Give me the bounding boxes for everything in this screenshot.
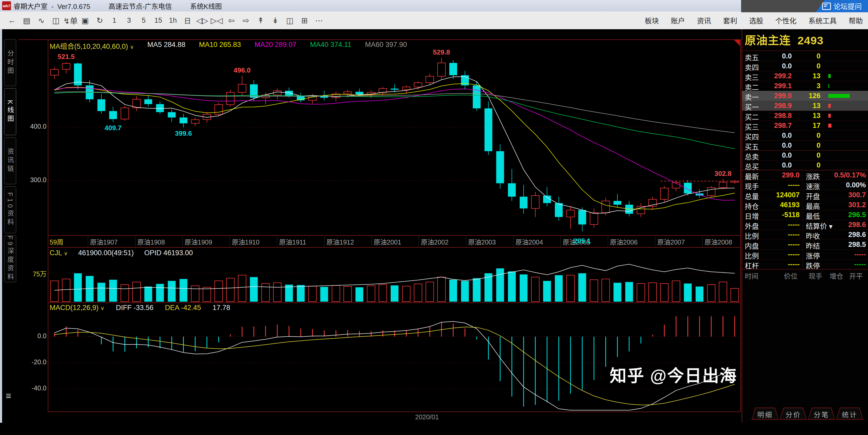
orderbook-volume: 0 xyxy=(797,52,820,60)
panel-divider xyxy=(742,51,868,51)
orderbook-depth-bar xyxy=(828,84,829,88)
info-value-内盘: ----- xyxy=(766,241,800,249)
contract-code: 2493 xyxy=(798,34,824,47)
orderbook-volume: 13 xyxy=(797,102,820,110)
panel-tab-label: 分价 xyxy=(780,409,807,419)
orderbook-row-买五[interactable]: 买五0.00 xyxy=(742,140,868,150)
orderbook-volume: 17 xyxy=(797,122,820,130)
info-value-昨结: 298.5 xyxy=(828,241,866,249)
orderbook-price: 0.0 xyxy=(761,62,792,70)
orderbook-volume: 0 xyxy=(797,161,820,169)
orderbook-depth-bar xyxy=(828,104,831,108)
orderbook-row-卖四[interactable]: 卖四0.00 xyxy=(742,61,868,71)
orderbook-row-买二[interactable]: 买二298.813 xyxy=(742,111,868,121)
orderbook-depth-bar xyxy=(828,124,832,128)
trade-table-header-增仓: 增仓 xyxy=(830,271,843,280)
orderbook-row-总买[interactable]: 总买0.00 xyxy=(742,160,868,170)
orderbook-row-卖二[interactable]: 卖二299.13 xyxy=(742,81,868,91)
info-row: 现手-----速涨0.00% xyxy=(742,180,868,190)
info-value-现手: ----- xyxy=(766,181,800,189)
opid-value: OPID 46193.00 xyxy=(144,249,193,257)
macd-dea: DEA -42.45 xyxy=(165,304,201,312)
panel-tab-统计[interactable]: 统计 xyxy=(836,408,863,420)
orderbook-row-买四[interactable]: 买四0.00 xyxy=(742,131,868,141)
trade-table-header-开平: 开平 xyxy=(849,271,863,280)
orderbook-row-买三[interactable]: 买三298.717 xyxy=(742,121,868,131)
orderbook-volume: 0 xyxy=(797,132,820,140)
panel-tab-明细[interactable]: 明细 xyxy=(751,408,779,420)
panel-tab-label: 统计 xyxy=(836,409,863,419)
orderbook-volume: 0 xyxy=(797,152,820,160)
info-value-跌停: ----- xyxy=(828,260,866,269)
info-value-昨收: 298.6 xyxy=(828,231,866,239)
panel-tab-分价[interactable]: 分价 xyxy=(780,408,807,420)
app-window: wh7 睿期大户室 - Ver7.0.675 高速云节点-广东电信 系统K线图 … xyxy=(0,0,868,435)
info-row: 总量124007开盘300.7 xyxy=(742,190,868,200)
orderbook-row-卖三[interactable]: 卖三299.213 xyxy=(742,71,868,81)
trade-table-header-时间: 时间 xyxy=(745,271,758,280)
panel-tab-分笔[interactable]: 分笔 xyxy=(808,408,835,420)
info-row: 比例-----昨收298.6 xyxy=(742,230,868,240)
kline-chart-canvas[interactable] xyxy=(0,0,868,435)
macd-diff: DIFF -33.56 xyxy=(116,304,154,312)
orderbook-depth-bar xyxy=(828,94,850,98)
chart-corner-marker xyxy=(734,40,740,46)
orderbook-row-买一[interactable]: 买一298.913 xyxy=(742,101,868,111)
watermark: 知乎 @今日出海 xyxy=(610,362,737,386)
trade-table-header-现手: 现手 xyxy=(809,271,822,280)
panel-tab-label: 分笔 xyxy=(808,409,835,419)
panel-divider xyxy=(742,269,868,269)
orderbook-price: 0.0 xyxy=(761,52,792,60)
info-value-速涨: 0.00% xyxy=(828,181,866,189)
orderbook-row-总卖[interactable]: 总卖0.00 xyxy=(742,150,868,161)
orderbook-volume: 13 xyxy=(797,72,820,80)
orderbook-price: 298.8 xyxy=(761,112,792,120)
info-row: 内盘-----昨结298.5 xyxy=(742,239,868,250)
orderbook-depth-bar xyxy=(828,114,831,118)
macd-indicator-row[interactable]: MACD(12,26,9) ∨ DIFF -33.56 DEA -42.45 1… xyxy=(50,304,230,312)
info-row: 比例-----涨停----- xyxy=(742,249,868,260)
chevron-down-icon: ∨ xyxy=(130,44,134,50)
chevron-down-icon: ∨ xyxy=(100,305,104,311)
info-row: 外盘-----结算价 ▾298.6 xyxy=(742,220,868,230)
info-value-涨停: ----- xyxy=(828,250,866,259)
quote-panel-title[interactable]: 原油主连 2493 xyxy=(745,31,824,47)
info-value-最低: 296.5 xyxy=(828,211,866,219)
quote-panel: 原油主连 2493 卖五0.00卖四0.00卖三299.213卖二299.13卖… xyxy=(742,29,868,423)
orderbook-row-卖五[interactable]: 卖五0.00 xyxy=(742,51,868,61)
info-column-divider xyxy=(803,170,803,269)
info-value-杠杆: ----- xyxy=(766,260,800,269)
info-value-总量: 124007 xyxy=(766,191,800,199)
orderbook-depth-bar xyxy=(828,74,831,78)
volume-indicator-row[interactable]: CJL ∨ 461900.00(49:51) OPID 46193.00 xyxy=(50,249,193,257)
orderbook-row-卖一[interactable]: 卖一299.0126 xyxy=(742,91,868,101)
info-row: 日增-5118最低296.5 xyxy=(742,210,868,220)
ma-value-MA60: MA60 397.90 xyxy=(365,41,407,51)
info-row: 杠杆-----跌停----- xyxy=(742,259,868,270)
info-value-涨跌: 0.5/0.17% xyxy=(828,171,866,179)
info-value-最高: 301.2 xyxy=(828,201,866,209)
orderbook-price: 298.9 xyxy=(761,102,792,110)
orderbook-volume: 3 xyxy=(797,82,820,90)
orderbook-price: 0.0 xyxy=(761,152,792,160)
info-value-持仓: 46193 xyxy=(766,201,800,209)
info-value-日增: -5118 xyxy=(766,211,800,219)
macd-bar-value: 17.78 xyxy=(213,304,230,312)
orderbook-price: 0.0 xyxy=(761,141,792,149)
orderbook-price: 299.2 xyxy=(761,72,792,80)
ma-indicator-row[interactable]: MA组合(5,10,20,40,60,0) ∨ MA5 284.88MA10 2… xyxy=(50,41,407,51)
info-value-结算价: 298.6 xyxy=(828,221,866,229)
orderbook-volume: 0 xyxy=(797,62,820,70)
info-row: 持仓46193最高301.2 xyxy=(742,200,868,210)
chevron-down-icon: ∨ xyxy=(64,250,68,256)
trade-table-header-价位: 价位 xyxy=(784,271,798,280)
info-value-外盘: ----- xyxy=(766,221,800,229)
panel-tab-label: 明细 xyxy=(751,409,779,419)
info-value-最新: 299.0 xyxy=(766,171,800,179)
orderbook-price: 299.0 xyxy=(761,92,792,100)
info-row: 最新299.0涨跌0.5/0.17% xyxy=(742,170,868,180)
volume-value: 461900.00(49:51) xyxy=(78,249,134,257)
ma-value-MA20: MA20 289.07 xyxy=(255,41,297,51)
orderbook-volume: 13 xyxy=(797,112,820,120)
info-value-比例: ----- xyxy=(766,231,800,239)
